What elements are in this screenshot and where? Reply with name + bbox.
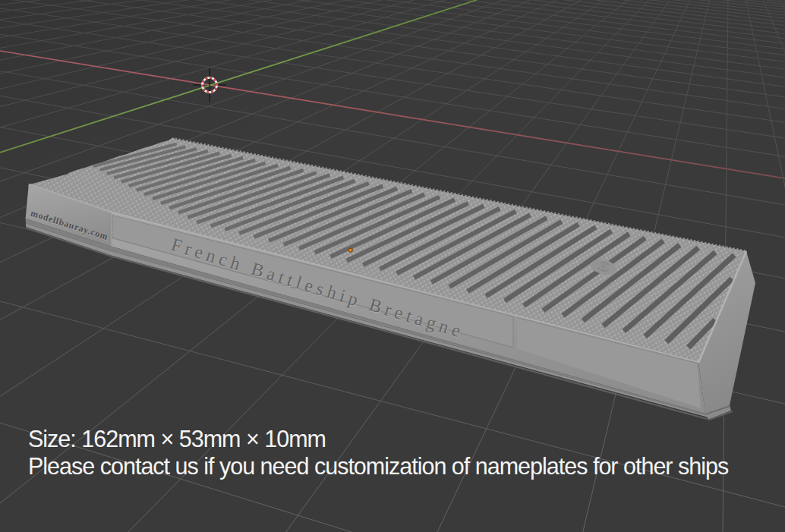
svg-text:Please contact us if you need: Please contact us if you need customizat… (28, 453, 729, 480)
svg-text:Size: 162mm × 53mm × 10mm: Size: 162mm × 53mm × 10mm (28, 426, 326, 452)
